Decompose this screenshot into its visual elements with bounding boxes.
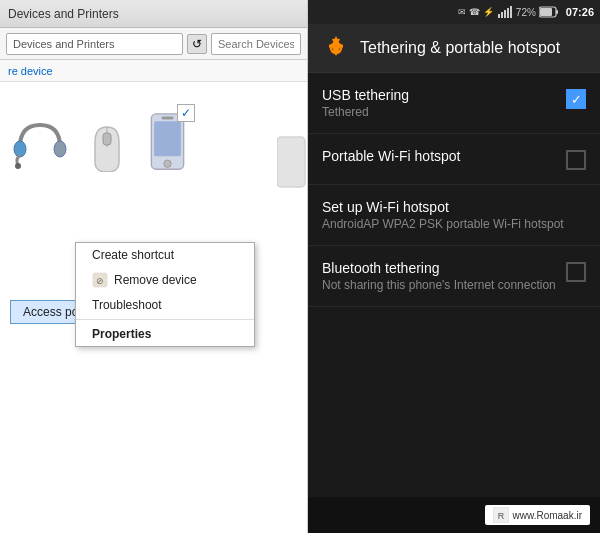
bluetooth-tethering-checkbox[interactable]	[566, 262, 586, 282]
svg-rect-15	[507, 8, 509, 18]
bluetooth-tethering-title: Bluetooth tethering	[322, 260, 556, 276]
usb-tethering-row[interactable]: USB tethering Tethered ✓	[308, 73, 600, 134]
title-bar: Devices and Printers	[0, 0, 307, 28]
usb-tethering-subtitle: Tethered	[322, 105, 556, 119]
msg-icon: ✉	[458, 7, 466, 17]
right-panel: ✉ ☎ ⚡ 72% 07:26	[308, 0, 600, 533]
android-settings-content: USB tethering Tethered ✓ Portable Wi-Fi …	[308, 73, 600, 497]
mouse-device[interactable]	[80, 117, 135, 172]
partial-device	[277, 132, 307, 196]
wifi-hotspot-title: Portable Wi-Fi hotspot	[322, 148, 556, 164]
watermark-text: www.Romaak.ir	[513, 510, 582, 521]
usb-icon: ⚡	[483, 7, 494, 17]
svg-rect-16	[510, 6, 512, 18]
context-menu: Create shortcut ⊘ Remove device Troubles…	[75, 242, 255, 347]
svg-rect-12	[498, 14, 500, 18]
refresh-button[interactable]: ↺	[187, 34, 207, 54]
bluetooth-tethering-text: Bluetooth tethering Not sharing this pho…	[322, 260, 556, 292]
svg-rect-14	[504, 10, 506, 18]
android-status-bar: ✉ ☎ ⚡ 72% 07:26	[308, 0, 600, 24]
remove-device-icon: ⊘	[92, 272, 108, 288]
svg-point-2	[15, 163, 21, 169]
svg-point-0	[14, 141, 26, 157]
device-icons-container: ✓	[0, 82, 307, 182]
remove-device-item[interactable]: ⊘ Remove device	[76, 267, 254, 293]
battery-percent: 72%	[516, 7, 536, 18]
usb-tethering-title: USB tethering	[322, 87, 556, 103]
search-input[interactable]	[211, 33, 301, 55]
left-panel: Devices and Printers ↺ re device	[0, 0, 308, 533]
signal-icon	[497, 6, 513, 18]
svg-point-8	[164, 160, 171, 167]
breadcrumb: re device	[0, 60, 307, 82]
setup-wifi-title: Set up Wi-Fi hotspot	[322, 199, 586, 215]
battery-icon	[539, 6, 559, 18]
setup-wifi-row[interactable]: Set up Wi-Fi hotspot AndroidAP WPA2 PSK …	[308, 185, 600, 246]
time-display: 07:26	[566, 6, 594, 18]
wifi-hotspot-checkbox[interactable]	[566, 150, 586, 170]
svg-rect-7	[162, 117, 174, 120]
status-icons: ✉ ☎ ⚡ 72% 07:26	[458, 6, 594, 18]
romaak-logo-icon: R	[493, 507, 509, 523]
setup-wifi-text: Set up Wi-Fi hotspot AndroidAP WPA2 PSK …	[322, 199, 586, 231]
create-shortcut-item[interactable]: Create shortcut	[76, 243, 254, 267]
usb-tethering-checkbox[interactable]: ✓	[566, 89, 586, 109]
usb-tethering-text: USB tethering Tethered	[322, 87, 556, 119]
svg-rect-9	[277, 137, 305, 187]
svg-rect-4	[103, 133, 111, 145]
headset-device[interactable]	[10, 117, 70, 172]
svg-rect-19	[540, 8, 552, 16]
bluetooth-tethering-subtitle: Not sharing this phone's Internet connec…	[322, 278, 556, 292]
romaak-watermark: R www.Romaak.ir	[485, 505, 590, 525]
bluetooth-tethering-row[interactable]: Bluetooth tethering Not sharing this pho…	[308, 246, 600, 307]
svg-text:⊘: ⊘	[96, 276, 104, 286]
address-bar: ↺	[0, 28, 307, 60]
troubleshoot-item[interactable]: Troubleshoot	[76, 293, 254, 317]
phone-checkbox: ✓	[177, 104, 195, 122]
wifi-hotspot-row[interactable]: Portable Wi-Fi hotspot	[308, 134, 600, 185]
android-header: Tethering & portable hotspot	[308, 24, 600, 73]
svg-text:R: R	[497, 511, 504, 521]
address-input[interactable]	[6, 33, 183, 55]
properties-item[interactable]: Properties	[76, 322, 254, 346]
settings-gear-icon	[322, 34, 350, 62]
svg-rect-18	[556, 10, 558, 14]
device-area: ✓ Acc	[0, 82, 307, 533]
bottom-bar: R www.Romaak.ir	[308, 497, 600, 533]
window-title: Devices and Printers	[8, 7, 119, 21]
setup-wifi-subtitle: AndroidAP WPA2 PSK portable Wi-Fi hotspo…	[322, 217, 586, 231]
wifi-hotspot-text: Portable Wi-Fi hotspot	[322, 148, 556, 166]
svg-point-1	[54, 141, 66, 157]
checkmark-icon: ✓	[571, 92, 582, 107]
phone-icon-status: ☎	[469, 7, 480, 17]
menu-separator	[76, 319, 254, 320]
svg-rect-6	[154, 121, 181, 156]
phone-device[interactable]: ✓	[145, 112, 190, 172]
refresh-icon: ↺	[192, 37, 202, 51]
android-header-title: Tethering & portable hotspot	[360, 39, 560, 57]
svg-rect-13	[501, 12, 503, 18]
